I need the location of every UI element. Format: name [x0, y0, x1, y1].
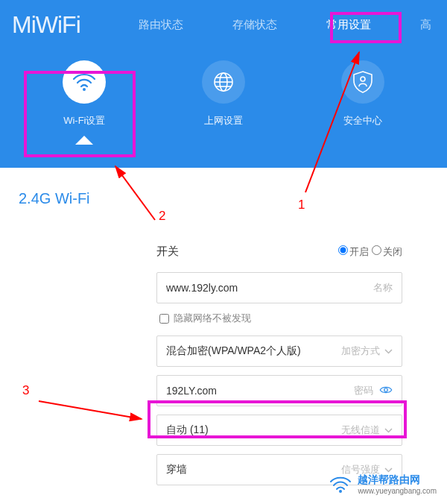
svg-point-7	[384, 388, 387, 391]
hide-network-row[interactable]: 隐藏网络不被发现	[156, 312, 402, 325]
watermark-en: www.yueyangbang.com	[358, 487, 437, 495]
header: MiWiFi 路由状态 存储状态 常用设置 高 Wi-Fi设置 上网设置 安全中…	[0, 0, 447, 168]
section-title: 2.4G Wi-Fi	[19, 190, 425, 207]
annotation-number-2: 2	[159, 209, 165, 224]
nav-common-settings[interactable]: 常用设置	[320, 13, 377, 37]
shield-icon	[341, 60, 384, 104]
content: 2.4G Wi-Fi 开关 开启 关闭 名称 隐藏网络不被发现 加密方式	[0, 168, 447, 485]
nav-storage-status[interactable]: 存储状态	[226, 13, 283, 37]
name-field[interactable]: 名称	[156, 272, 402, 303]
password-label: 密码	[354, 384, 373, 397]
settings-tabs: Wi-Fi设置 上网设置 安全中心	[0, 49, 447, 144]
name-label: 名称	[373, 281, 393, 294]
chevron-down-icon	[384, 426, 393, 435]
password-input[interactable]	[166, 385, 348, 397]
switch-label: 开关	[156, 245, 179, 259]
name-input[interactable]	[166, 282, 367, 294]
tab-wifi-label: Wi-Fi设置	[63, 114, 105, 127]
logo: MiWiFi	[12, 11, 80, 39]
tab-internet-label: 上网设置	[204, 114, 243, 127]
svg-point-0	[83, 88, 86, 91]
encryption-value[interactable]	[166, 345, 335, 357]
tab-security-label: 安全中心	[343, 114, 382, 127]
watermark-icon	[329, 476, 352, 494]
top-nav: MiWiFi 路由状态 存储状态 常用设置 高	[0, 0, 447, 49]
password-field[interactable]: 密码	[156, 375, 402, 406]
watermark-cn: 越洋帮路由网	[358, 473, 437, 487]
annotation-number-3: 3	[22, 383, 29, 398]
radio-on-label[interactable]: 开启	[338, 245, 369, 259]
strength-value[interactable]	[166, 464, 335, 476]
hide-network-checkbox[interactable]	[159, 314, 169, 324]
nav-router-status[interactable]: 路由状态	[133, 13, 189, 37]
tab-wifi-settings[interactable]: Wi-Fi设置	[32, 60, 136, 144]
encryption-label: 加密方式	[341, 344, 380, 358]
channel-value[interactable]	[166, 424, 335, 436]
chevron-down-icon	[384, 347, 393, 356]
tab-internet-settings[interactable]: 上网设置	[171, 60, 276, 144]
svg-point-11	[339, 490, 342, 493]
switch-row: 开关 开启 关闭	[156, 245, 402, 259]
annotation-number-1: 1	[298, 198, 305, 212]
radio-off-label[interactable]: 关闭	[372, 245, 402, 259]
eye-icon[interactable]	[373, 384, 393, 397]
radio-on[interactable]	[338, 245, 348, 255]
nav-items: 路由状态 存储状态 常用设置 高	[133, 13, 437, 37]
globe-icon	[202, 60, 245, 104]
hide-network-label: 隐藏网络不被发现	[174, 312, 251, 325]
wifi-form: 开关 开启 关闭 名称 隐藏网络不被发现 加密方式 密码	[156, 245, 402, 485]
encryption-field[interactable]: 加密方式	[156, 336, 402, 367]
nav-advanced[interactable]: 高	[414, 13, 437, 37]
switch-radio-group: 开启 关闭	[338, 245, 402, 259]
watermark: 越洋帮路由网 www.yueyangbang.com	[329, 473, 437, 495]
channel-field[interactable]: 无线信道	[156, 415, 402, 446]
svg-point-6	[361, 77, 365, 81]
radio-off[interactable]	[372, 245, 381, 255]
wifi-icon	[63, 60, 106, 104]
channel-label: 无线信道	[341, 423, 380, 437]
tab-security-center[interactable]: 安全中心	[311, 60, 415, 144]
